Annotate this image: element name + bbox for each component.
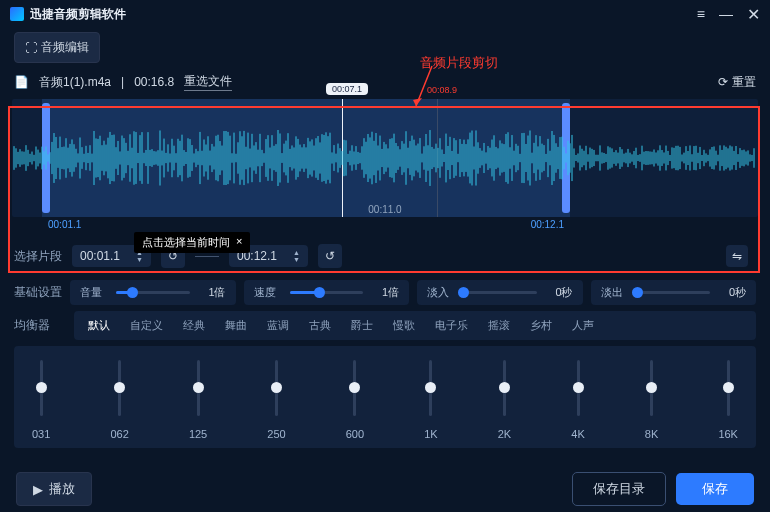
- eq-band-16K: 16K: [718, 360, 738, 440]
- eq-band-sliders: 0310621252506001K2K4K8K16K: [32, 360, 738, 440]
- eq-band-label: 2K: [498, 428, 511, 440]
- eq-band-slider[interactable]: [429, 360, 432, 416]
- eq-band-600: 600: [346, 360, 364, 440]
- eq-tab-2[interactable]: 经典: [175, 315, 213, 336]
- eq-band-label: 1K: [424, 428, 437, 440]
- eq-tab-11[interactable]: 人声: [564, 315, 602, 336]
- eq-band-slider[interactable]: [40, 360, 43, 416]
- eq-label: 均衡器: [14, 317, 62, 334]
- eq-band-slider[interactable]: [727, 360, 730, 416]
- file-icon: 📄: [14, 75, 29, 89]
- eq-band-slider[interactable]: [353, 360, 356, 416]
- set-end-to-playhead-button[interactable]: ↺: [318, 244, 342, 268]
- eq-tab-1[interactable]: 自定义: [122, 315, 171, 336]
- eq-band-label: 062: [110, 428, 128, 440]
- eq-band-slider[interactable]: [650, 360, 653, 416]
- play-button[interactable]: ▶ 播放: [16, 472, 92, 506]
- window-controls: ≡ — ✕: [697, 5, 760, 24]
- reselect-file-link[interactable]: 重选文件: [184, 73, 232, 91]
- eq-band-slider[interactable]: [197, 360, 200, 416]
- selection-time-labels: 00:01.1 00:12.1: [12, 219, 758, 230]
- eq-band-4K: 4K: [571, 360, 584, 440]
- eq-band-label: 16K: [718, 428, 738, 440]
- eq-tab-0[interactable]: 默认: [80, 315, 118, 336]
- tooltip-text: 点击选择当前时间: [142, 235, 230, 250]
- fadeout-slider[interactable]: [637, 291, 711, 294]
- select-clip-row: 选择片段 00:01.1 ▲▼ ↺ 00:12.1 ▲▼ ↺ ⇋: [0, 236, 770, 276]
- eq-band-slider[interactable]: [577, 360, 580, 416]
- sel-end-time: 00:12.1: [531, 219, 564, 230]
- eq-band-slider[interactable]: [275, 360, 278, 416]
- fadein-slider-box: 淡入 0秒: [417, 280, 583, 305]
- eq-header: 均衡器 默认自定义经典舞曲蓝调古典爵士慢歌电子乐摇滚乡村人声: [14, 311, 756, 340]
- eq-band-031: 031: [32, 360, 50, 440]
- audio-edit-label: 音频编辑: [41, 39, 89, 56]
- speed-slider-box: 速度 1倍: [244, 280, 410, 305]
- title-bar: 迅捷音频剪辑软件 ≡ — ✕: [0, 0, 770, 28]
- eq-tab-10[interactable]: 乡村: [522, 315, 560, 336]
- reset-label: 重置: [732, 74, 756, 91]
- waveform-area[interactable]: 00:07.1 00:08.9 00:11.0: [12, 99, 758, 217]
- volume-slider-box: 音量 1倍: [70, 280, 236, 305]
- click-time-tooltip: 点击选择当前时间 ×: [134, 232, 250, 253]
- eq-preset-tabs: 默认自定义经典舞曲蓝调古典爵士慢歌电子乐摇滚乡村人声: [74, 311, 756, 340]
- range-dash: [195, 256, 219, 257]
- eq-band-8K: 8K: [645, 360, 658, 440]
- eq-band-slider[interactable]: [118, 360, 121, 416]
- app-title: 迅捷音频剪辑软件: [30, 6, 126, 23]
- time-axis-label: 00:11.0: [12, 204, 758, 215]
- annotation-text: 音频片段剪切: [420, 54, 498, 72]
- toolbar: ⛶ 音频编辑: [0, 28, 770, 67]
- fadein-label: 淡入: [427, 285, 455, 300]
- history-icon: ↺: [325, 249, 335, 263]
- close-button[interactable]: ✕: [747, 5, 760, 24]
- audio-edit-button[interactable]: ⛶ 音频编辑: [14, 32, 100, 63]
- eq-tab-5[interactable]: 古典: [301, 315, 339, 336]
- minimize-button[interactable]: —: [719, 6, 733, 22]
- eq-tab-7[interactable]: 慢歌: [385, 315, 423, 336]
- playhead-time-bubble: 00:07.1: [326, 83, 368, 95]
- basic-settings-label: 基础设置: [14, 284, 62, 301]
- end-stepper[interactable]: ▲▼: [293, 250, 300, 263]
- menu-icon[interactable]: ≡: [697, 6, 705, 22]
- volume-label: 音量: [80, 285, 108, 300]
- speed-value: 1倍: [371, 285, 399, 300]
- fadeout-slider-box: 淡出 0秒: [591, 280, 757, 305]
- footer-bar: ▶ 播放 保存目录 保存: [0, 466, 770, 512]
- eq-tab-8[interactable]: 电子乐: [427, 315, 476, 336]
- eq-band-label: 125: [189, 428, 207, 440]
- eq-tab-4[interactable]: 蓝调: [259, 315, 297, 336]
- tooltip-close-icon[interactable]: ×: [236, 235, 242, 250]
- basic-settings-row: 基础设置 音量 1倍 速度 1倍 淡入 0秒 淡出 0秒: [0, 280, 770, 305]
- file-info-row: 📄 音频1(1).m4a | 00:16.8 重选文件 ⟳ 重置: [0, 67, 770, 93]
- select-clip-label: 选择片段: [14, 248, 62, 265]
- eq-tab-3[interactable]: 舞曲: [217, 315, 255, 336]
- divider: |: [121, 75, 124, 89]
- reset-button[interactable]: ⟳ 重置: [718, 74, 756, 91]
- eq-band-slider[interactable]: [503, 360, 506, 416]
- volume-value: 1倍: [198, 285, 226, 300]
- save-dir-button[interactable]: 保存目录: [572, 472, 666, 506]
- fadeout-value: 0秒: [718, 285, 746, 300]
- eq-band-label: 4K: [571, 428, 584, 440]
- speed-slider[interactable]: [290, 291, 364, 294]
- eq-band-1K: 1K: [424, 360, 437, 440]
- eq-band-250: 250: [267, 360, 285, 440]
- start-time-value: 00:01.1: [80, 249, 120, 263]
- eq-band-label: 8K: [645, 428, 658, 440]
- eq-tab-9[interactable]: 摇滚: [480, 315, 518, 336]
- eq-band-062: 062: [110, 360, 128, 440]
- file-name: 音频1(1).m4a: [39, 74, 111, 91]
- svg-marker-1: [413, 98, 422, 106]
- eq-band-label: 250: [267, 428, 285, 440]
- volume-slider[interactable]: [116, 291, 190, 294]
- eq-tab-6[interactable]: 爵士: [343, 315, 381, 336]
- swap-selection-button[interactable]: ⇋: [726, 245, 748, 267]
- eq-band-label: 031: [32, 428, 50, 440]
- equalizer-section: 均衡器 默认自定义经典舞曲蓝调古典爵士慢歌电子乐摇滚乡村人声 031062125…: [0, 305, 770, 454]
- fadeout-label: 淡出: [601, 285, 629, 300]
- save-button[interactable]: 保存: [676, 473, 754, 505]
- play-label: 播放: [49, 480, 75, 498]
- fadein-slider[interactable]: [463, 291, 537, 294]
- crop-icon: ⛶: [25, 41, 37, 55]
